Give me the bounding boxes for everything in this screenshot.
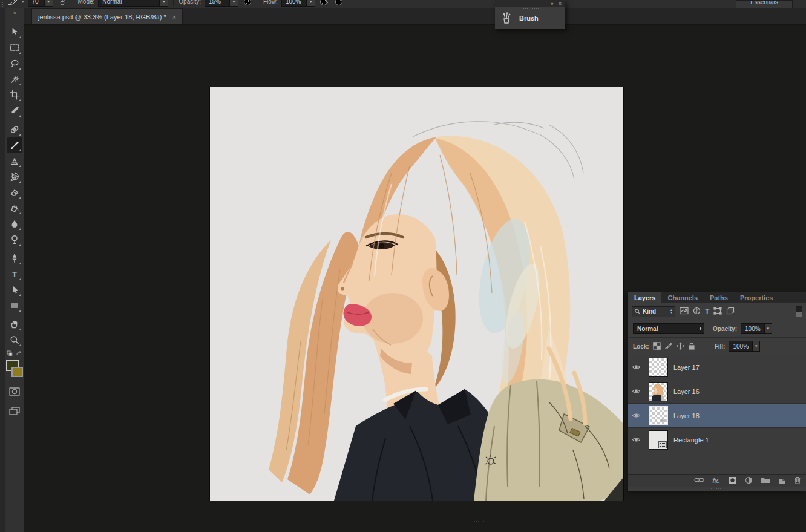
document-tab[interactable]: jenlissa.psd @ 33.3% (Layer 18, RGB/8#) … bbox=[31, 8, 183, 24]
layer-opacity-select[interactable]: 100% ▾ bbox=[741, 323, 772, 334]
new-group-icon[interactable] bbox=[761, 476, 770, 485]
layer-row-rectangle-1[interactable]: Rectangle 1 bbox=[628, 428, 806, 452]
healing-brush-tool[interactable] bbox=[7, 122, 22, 137]
popup-collapse-icon[interactable]: » bbox=[551, 1, 554, 7]
lock-transparency-icon[interactable] bbox=[653, 342, 661, 351]
delete-layer-icon[interactable] bbox=[794, 476, 801, 485]
filter-kind-select[interactable]: Kind ▴▾ bbox=[632, 306, 675, 317]
opacity-pressure-icon[interactable] bbox=[242, 0, 253, 7]
layer-row-layer-17[interactable]: Layer 17 bbox=[628, 355, 806, 379]
layer-opacity-label: Opacity: bbox=[713, 326, 737, 332]
zoom-tool[interactable] bbox=[7, 332, 22, 348]
quick-mask-icon[interactable] bbox=[7, 384, 22, 399]
document-canvas[interactable] bbox=[210, 87, 623, 501]
path-selection-tool[interactable] bbox=[7, 282, 22, 298]
blend-mode-select[interactable]: Normal ▴▾ bbox=[633, 323, 704, 334]
swap-colors-icon[interactable] bbox=[16, 350, 22, 358]
dodge-tool[interactable] bbox=[7, 232, 22, 248]
visibility-toggle[interactable] bbox=[628, 404, 644, 427]
magic-wand-tool[interactable] bbox=[7, 71, 22, 87]
portrait-painting bbox=[210, 87, 623, 501]
screen-mode-icon[interactable] bbox=[7, 403, 22, 419]
preset-caret-icon[interactable]: ▾ bbox=[22, 0, 24, 4]
options-bar-grip[interactable] bbox=[0, 0, 4, 7]
opacity-label: Opacity: bbox=[179, 0, 201, 5]
layer-thumbnail[interactable] bbox=[649, 430, 668, 450]
blur-tool[interactable] bbox=[7, 216, 22, 232]
brush-size-caret-icon[interactable]: ▾ bbox=[44, 0, 53, 6]
smoothing-icon[interactable] bbox=[333, 0, 344, 7]
tab-layers[interactable]: Layers bbox=[628, 292, 661, 303]
filter-type-layers-icon[interactable]: T bbox=[705, 307, 709, 316]
move-tool[interactable] bbox=[7, 24, 22, 40]
document-title: jenlissa.psd @ 33.3% (Layer 18, RGB/8#) … bbox=[38, 13, 166, 21]
fill-select[interactable]: 100% ▾ bbox=[729, 341, 760, 352]
flow-select[interactable]: 100% ▾ bbox=[281, 0, 315, 7]
airbrush-icon[interactable] bbox=[319, 0, 330, 7]
portrait-thumbnail bbox=[649, 383, 667, 401]
flow-label: Flow: bbox=[263, 0, 278, 5]
layer-name: Layer 18 bbox=[673, 412, 700, 419]
visibility-toggle[interactable] bbox=[628, 379, 644, 403]
layer-thumbnail[interactable] bbox=[649, 406, 668, 425]
tab-paths[interactable]: Paths bbox=[704, 292, 734, 303]
lock-position-icon[interactable] bbox=[677, 342, 684, 351]
brush-popup-label[interactable]: Brush bbox=[519, 15, 539, 22]
layer-name: Layer 16 bbox=[673, 388, 700, 395]
filter-toggle-switch[interactable] bbox=[796, 306, 802, 317]
lock-label: Lock: bbox=[633, 343, 649, 350]
visibility-toggle[interactable] bbox=[628, 428, 644, 452]
tools-panel: » bbox=[5, 8, 24, 532]
brush-panel-toggle-icon[interactable] bbox=[57, 0, 68, 7]
type-tool[interactable]: T bbox=[7, 266, 22, 282]
layer-row-layer-18[interactable]: Layer 18 bbox=[628, 404, 806, 428]
toolbar-grip[interactable] bbox=[8, 18, 21, 21]
tab-channels[interactable]: Channels bbox=[661, 292, 704, 303]
brush-size-field[interactable]: 70 ▾ bbox=[28, 0, 53, 7]
layer-styles-icon[interactable]: fx. bbox=[712, 477, 720, 484]
window-resize-grip[interactable] bbox=[472, 521, 485, 522]
opacity-select[interactable]: 15% ▾ bbox=[205, 0, 238, 7]
fill-label: Fill: bbox=[715, 343, 726, 350]
lock-all-icon[interactable] bbox=[688, 342, 695, 351]
layer-thumbnail[interactable] bbox=[649, 358, 668, 377]
default-colors-icon[interactable] bbox=[7, 350, 13, 358]
popup-close-icon[interactable]: × bbox=[559, 1, 562, 7]
brush-tool-preset-icon[interactable] bbox=[7, 0, 18, 7]
rectangle-shape-tool[interactable] bbox=[7, 298, 22, 314]
filter-pixel-layers-icon[interactable] bbox=[680, 307, 689, 316]
paint-bucket-tool[interactable] bbox=[7, 200, 22, 216]
tab-close-icon[interactable]: × bbox=[172, 13, 176, 21]
add-layer-mask-icon[interactable] bbox=[728, 476, 737, 485]
color-swatches bbox=[6, 360, 23, 380]
background-color-swatch[interactable] bbox=[11, 367, 23, 377]
new-adjustment-layer-icon[interactable] bbox=[745, 476, 753, 485]
popup-grip[interactable] bbox=[523, 8, 539, 10]
clone-stamp-tool[interactable] bbox=[7, 153, 22, 169]
filter-smart-objects-icon[interactable] bbox=[726, 307, 735, 316]
filter-shape-layers-icon[interactable] bbox=[713, 307, 722, 316]
link-layers-icon[interactable] bbox=[694, 477, 704, 484]
visibility-toggle[interactable] bbox=[628, 355, 644, 379]
rectangular-marquee-tool[interactable] bbox=[7, 40, 22, 56]
layer-row-layer-16[interactable]: Layer 16 bbox=[628, 379, 806, 404]
eyedropper-tool[interactable] bbox=[7, 103, 22, 119]
shape-layer-badge-icon bbox=[658, 441, 667, 448]
panel-resize-grip[interactable] bbox=[710, 488, 724, 490]
layer-thumbnail[interactable] bbox=[649, 382, 668, 401]
lasso-tool[interactable] bbox=[7, 56, 22, 71]
toolbar-collapse-icon[interactable]: » bbox=[5, 8, 24, 17]
mode-label: Mode: bbox=[78, 0, 95, 5]
mode-select[interactable]: Normal ▾ bbox=[98, 0, 168, 7]
filter-adjustment-layers-icon[interactable] bbox=[693, 307, 701, 316]
hand-tool[interactable] bbox=[7, 317, 22, 332]
tab-properties[interactable]: Properties bbox=[734, 292, 779, 303]
workspace-selector[interactable]: Essentials bbox=[736, 0, 793, 8]
new-layer-icon[interactable] bbox=[778, 476, 786, 485]
pen-tool[interactable] bbox=[7, 251, 22, 266]
history-brush-tool[interactable] bbox=[7, 169, 22, 185]
lock-pixels-icon[interactable] bbox=[664, 342, 673, 351]
crop-tool[interactable] bbox=[7, 87, 22, 103]
eraser-tool[interactable] bbox=[7, 185, 22, 200]
brush-tool[interactable] bbox=[7, 137, 22, 153]
